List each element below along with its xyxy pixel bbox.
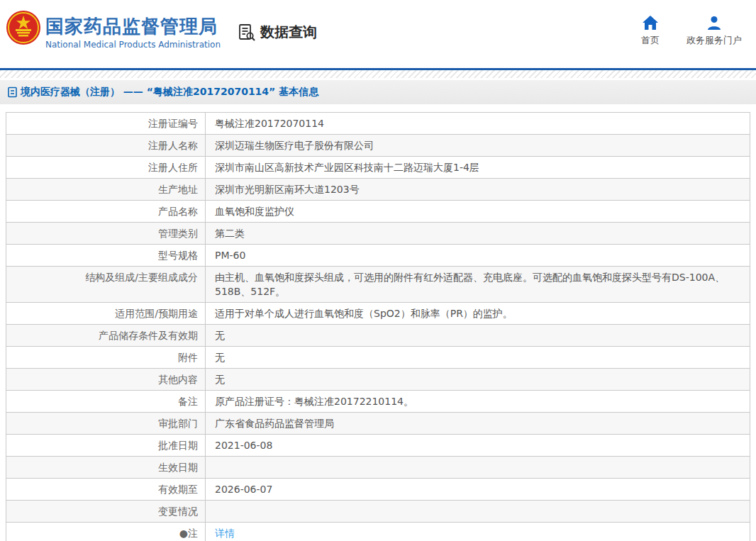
table-row: 注册人名称深圳迈瑞生物医疗电子股份有限公司	[6, 135, 750, 157]
data-query-section[interactable]: 数据查询	[238, 23, 317, 42]
row-value: 无	[206, 347, 750, 368]
breadcrumb-bar: 境内医疗器械（注册） —— “粤械注准20172070114” 基本信息	[0, 80, 756, 104]
row-label: 结构及组成/主要组成成分	[6, 267, 206, 302]
row-value: 深圳市光明新区南环大道1203号	[206, 179, 750, 200]
nav-gov-portal[interactable]: 政务服务门户	[686, 16, 742, 47]
table-row: 附件无	[6, 347, 750, 369]
row-value: 粤械注准20172070114	[206, 113, 750, 134]
table-row: 型号规格PM-60	[6, 245, 750, 267]
row-value: 由主机、血氧饱和度探头组成，可选用的附件有红外适配器、充电底座。可选配的血氧饱和…	[206, 267, 750, 302]
row-value: 2021-06-08	[206, 435, 750, 456]
table-row: 适用范围/预期用途适用于对单个成人进行血氧饱和度（SpO2）和脉率（PR）的监护…	[6, 303, 750, 325]
row-label: 变更情况	[6, 501, 206, 522]
table-row: 变更情况	[6, 501, 750, 523]
row-value: 无	[206, 325, 750, 346]
row-label: 管理类别	[6, 223, 206, 244]
row-label: 注册证编号	[6, 113, 206, 134]
table-row: 生产地址深圳市光明新区南环大道1203号	[6, 179, 750, 201]
nav-home[interactable]: 首页	[641, 16, 660, 47]
row-label: 有效期至	[6, 479, 206, 500]
user-icon	[706, 16, 722, 30]
row-label: 型号规格	[6, 245, 206, 266]
row-value: 无	[206, 369, 750, 390]
table-row: 结构及组成/主要组成成分由主机、血氧饱和度探头组成，可选用的附件有红外适配器、充…	[6, 267, 750, 303]
row-value	[206, 501, 750, 522]
data-query-label: 数据查询	[260, 23, 317, 42]
top-nav: 首页 政务服务门户	[641, 16, 742, 47]
table-row: 其他内容无	[6, 369, 750, 391]
row-label: 产品储存条件及有效期	[6, 325, 206, 346]
row-label: 审批部门	[6, 413, 206, 434]
site-subtitle: National Medical Products Administration	[45, 40, 221, 50]
row-value: 血氧饱和度监护仪	[206, 201, 750, 222]
nav-home-label: 首页	[641, 34, 660, 47]
row-label: 生效日期	[6, 457, 206, 478]
table-row: 管理类别第二类	[6, 223, 750, 245]
table-row: 注册人住所深圳市南山区高新技术产业园区科技南十二路迈瑞大厦1-4层	[6, 157, 750, 179]
table-row: 审批部门广东省食品药品监督管理局	[6, 413, 750, 435]
row-label: 适用范围/预期用途	[6, 303, 206, 324]
home-icon	[643, 16, 658, 30]
row-label: 附件	[6, 347, 206, 368]
row-value: 广东省食品药品监督管理局	[206, 413, 750, 434]
row-label: 注册人住所	[6, 157, 206, 178]
data-query-icon	[238, 23, 256, 42]
breadcrumb: 境内医疗器械（注册） —— “粤械注准20172070114” 基本信息	[21, 86, 318, 99]
site-title: 国家药品监督管理局	[45, 16, 221, 37]
row-value: 第二类	[206, 223, 750, 244]
row-label: 其他内容	[6, 369, 206, 390]
row-label: 备注	[6, 391, 206, 412]
row-value: 适用于对单个成人进行血氧饱和度（SpO2）和脉率（PR）的监护。	[206, 303, 750, 324]
nmpa-emblem-logo	[6, 10, 41, 45]
page-header: 国家药品监督管理局 National Medical Products Admi…	[0, 0, 756, 68]
table-row: ●注详情	[6, 523, 750, 541]
row-label: ●注	[6, 523, 206, 541]
row-value: 深圳迈瑞生物医疗电子股份有限公司	[206, 135, 750, 156]
striped-band	[0, 70, 756, 78]
row-value: 原产品注册证号：粤械注准20172210114。	[206, 391, 750, 412]
table-row: 批准日期2021-06-08	[6, 435, 750, 457]
row-value	[206, 457, 750, 478]
info-table: 注册证编号粤械注准20172070114注册人名称深圳迈瑞生物医疗电子股份有限公…	[6, 112, 750, 541]
brand-block: 国家药品监督管理局 National Medical Products Admi…	[45, 16, 221, 50]
row-value: 深圳市南山区高新技术产业园区科技南十二路迈瑞大厦1-4层	[206, 157, 750, 178]
row-label: 产品名称	[6, 201, 206, 222]
row-value: 2026-06-07	[206, 479, 750, 500]
table-row: 生效日期	[6, 457, 750, 479]
table-row: 产品储存条件及有效期无	[6, 325, 750, 347]
table-row: 有效期至2026-06-07	[6, 479, 750, 501]
row-label: 生产地址	[6, 179, 206, 200]
detail-link[interactable]: 详情	[215, 528, 235, 539]
table-row: 备注原产品注册证号：粤械注准20172210114。	[6, 391, 750, 413]
row-label: 批准日期	[6, 435, 206, 456]
table-row: 注册证编号粤械注准20172070114	[6, 113, 750, 135]
table-row: 产品名称血氧饱和度监护仪	[6, 201, 750, 223]
row-label: 注册人名称	[6, 135, 206, 156]
nav-gov-portal-label: 政务服务门户	[686, 34, 742, 47]
row-value: PM-60	[206, 245, 750, 266]
row-value: 详情	[206, 523, 750, 541]
document-icon	[7, 87, 18, 98]
